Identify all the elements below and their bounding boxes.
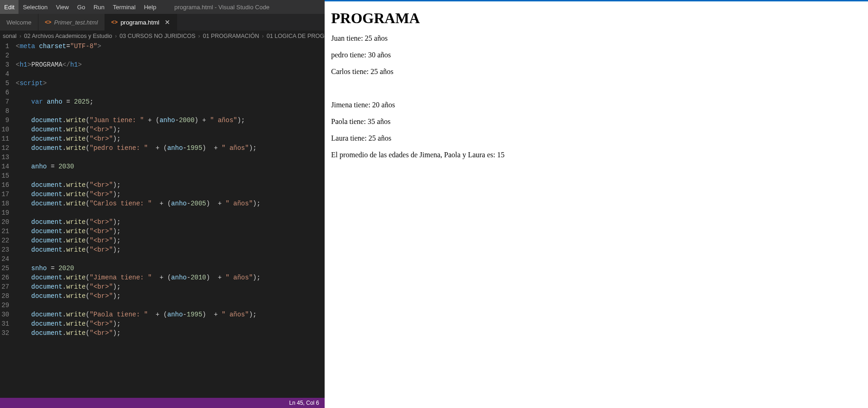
code-line[interactable] [16, 153, 325, 162]
output-line: Carlos tiene: 25 años [331, 68, 862, 76]
chevron-right-icon: › [260, 33, 265, 39]
code-line[interactable]: document.write("Juan tiene: " + (anho-20… [16, 116, 325, 125]
menu-edit[interactable]: Edit [0, 0, 18, 14]
code-line[interactable]: document.write("<br>"); [16, 236, 325, 245]
code-line[interactable]: document.write("<br>"); [16, 180, 325, 190]
chevron-right-icon: › [197, 33, 202, 39]
chevron-right-icon: › [18, 33, 23, 39]
menu-run[interactable]: Run [89, 0, 109, 14]
chevron-right-icon: › [113, 33, 118, 39]
code-line[interactable]: document.write("Paola tiene: " + (anho-1… [16, 310, 325, 319]
code-line[interactable]: document.write("<br>"); [16, 328, 325, 338]
breadcrumb-segment[interactable]: sonal [2, 33, 18, 39]
code-line[interactable]: document.write("<br>"); [16, 217, 325, 227]
code-line[interactable]: <meta charset="UTF-8"> [16, 42, 325, 51]
code-line[interactable]: <h1>PROGRAMA</h1> [16, 60, 325, 69]
code-line[interactable]: <script> [16, 79, 325, 88]
code-line[interactable] [16, 301, 325, 310]
tab-programa-html[interactable]: <>programa.html✕ [105, 14, 178, 31]
editor-tabs: Welcome<>Primer_test.html<>programa.html… [0, 14, 325, 31]
menu-go[interactable]: Go [73, 0, 89, 14]
code-line[interactable]: document.write("pedro tiene: " + (anho-1… [16, 143, 325, 153]
breadcrumbs[interactable]: sonal›02 Archivos Academicos y Estudio›0… [0, 31, 325, 42]
code-line[interactable]: document.write("<br>"); [16, 245, 325, 254]
tab-label: Welcome [6, 19, 31, 26]
code-line[interactable]: document.write("Carlos tiene: " + (anho-… [16, 199, 325, 208]
output-line: El promedio de las edades de Jimena, Pao… [331, 151, 862, 159]
output-line: Jimena tiene: 20 años [331, 101, 862, 109]
code-line[interactable]: document.write("<br>"); [16, 282, 325, 291]
output-line: Juan tiene: 25 años [331, 34, 862, 43]
output-line: pedro tiene: 30 años [331, 51, 862, 59]
output-line: Laura tiene: 25 años [331, 134, 862, 142]
output-heading: PROGRAMA [331, 10, 862, 27]
html-file-icon: <> [111, 19, 118, 25]
close-icon[interactable]: ✕ [165, 19, 170, 26]
tab-label: programa.html [121, 19, 160, 26]
code-line[interactable] [16, 88, 325, 97]
code-line[interactable] [16, 254, 325, 264]
code-line[interactable] [16, 171, 325, 180]
menu-help[interactable]: Help [140, 0, 160, 14]
code-line[interactable] [16, 69, 325, 79]
breadcrumb-segment[interactable]: 01 LOGICA DE PROG [265, 33, 325, 39]
code-line[interactable] [16, 106, 325, 116]
breadcrumb-segment[interactable]: 03 CURSOS NO JURIDICOS [119, 33, 197, 39]
browser-preview: PROGRAMA Juan tiene: 25 añospedro tiene:… [325, 0, 868, 408]
tab-label: Primer_test.html [54, 19, 98, 26]
code-line[interactable] [16, 51, 325, 60]
menu-view[interactable]: View [52, 0, 73, 14]
menu-bar: EditSelectionViewGoRunTerminalHelp progr… [0, 0, 325, 14]
code-line[interactable]: var anho = 2025; [16, 97, 325, 106]
window-title: programa.html - Visual Studio Code [174, 4, 325, 11]
vscode-window: EditSelectionViewGoRunTerminalHelp progr… [0, 0, 325, 408]
code-line[interactable]: document.write("<br>"); [16, 291, 325, 301]
code-editor[interactable]: 1234567891011121314151617181920212223242… [0, 42, 325, 398]
breadcrumb-segment[interactable]: 02 Archivos Academicos y Estudio [23, 33, 113, 39]
tab-welcome[interactable]: Welcome [0, 14, 38, 31]
menu-selection[interactable]: Selection [18, 0, 51, 14]
code-line[interactable]: anho = 2030 [16, 162, 325, 171]
code-line[interactable]: document.write("<br>"); [16, 190, 325, 199]
code-line[interactable]: snho = 2020 [16, 264, 325, 273]
code-line[interactable]: document.write("Jimena tiene: " + (anho-… [16, 273, 325, 282]
status-bar[interactable]: Ln 45, Col 6 [0, 398, 325, 408]
code-line[interactable]: document.write("<br>"); [16, 134, 325, 143]
code-line[interactable]: document.write("<br>"); [16, 319, 325, 328]
cursor-position[interactable]: Ln 45, Col 6 [289, 400, 319, 406]
code-line[interactable] [16, 208, 325, 217]
code-area[interactable]: <meta charset="UTF-8"> <h1>PROGRAMA</h1>… [16, 42, 325, 398]
code-line[interactable]: document.write("<br>"); [16, 227, 325, 236]
line-gutter: 1234567891011121314151617181920212223242… [0, 42, 16, 398]
breadcrumb-segment[interactable]: 01 PROGRAMACIÓN [202, 33, 260, 39]
tab-primer-test-html[interactable]: <>Primer_test.html [38, 14, 105, 31]
code-line[interactable]: document.write("<br>"); [16, 125, 325, 134]
html-file-icon: <> [45, 19, 51, 25]
output-line: Paola tiene: 35 años [331, 117, 862, 126]
menu-terminal[interactable]: Terminal [109, 0, 140, 14]
